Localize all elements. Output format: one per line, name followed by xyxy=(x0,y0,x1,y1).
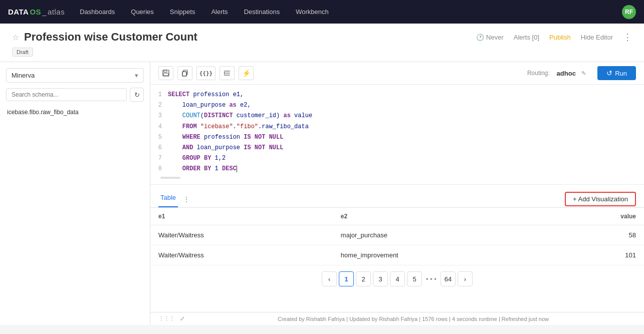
table-header: e1 e2 value xyxy=(150,208,644,225)
draft-badge: Draft xyxy=(12,48,33,57)
main-content: Minerva ▾ ↻ icebase.fibo.raw_fibo_data xyxy=(0,62,644,325)
page-next-button[interactable]: › xyxy=(458,271,473,286)
schedule-link[interactable]: 🕐 Never xyxy=(476,34,504,41)
logo-data: DATA xyxy=(8,8,29,16)
run-label: Run xyxy=(615,70,627,77)
svg-rect-4 xyxy=(182,72,186,76)
rows-count: 1576 rows xyxy=(422,316,448,322)
code-line-7: 7 GROUP BY 1,2 xyxy=(150,153,644,164)
expand-icon[interactable]: ⤢ xyxy=(180,315,184,322)
tab-row: Table ⋮ xyxy=(158,191,192,207)
updated-by: Updated by Rishabh Fafriya xyxy=(349,316,417,322)
lightning-button[interactable]: ⚡ xyxy=(239,66,254,80)
schema-label: Minerva xyxy=(12,72,35,79)
search-row: ↻ xyxy=(6,88,144,102)
format-button[interactable]: {{}} xyxy=(196,66,216,80)
status-icons: ⋮⋮⋮ ⤢ xyxy=(158,315,184,322)
svg-rect-2 xyxy=(163,73,168,76)
nav-dashboards[interactable]: Dashboards xyxy=(77,6,118,18)
clock-icon: 🕐 xyxy=(476,34,484,41)
cell-e1-2: Waiter/Waitress xyxy=(150,245,333,265)
page-5-button[interactable]: 5 xyxy=(407,271,422,286)
top-navigation: Dashboards Queries Snippets Alerts Desti… xyxy=(77,6,610,18)
cell-e1-1: Waiter/Waitress xyxy=(150,225,333,245)
created-by: Created by Rishabh Fafriya xyxy=(278,316,345,322)
nav-alerts[interactable]: Alerts xyxy=(208,6,231,18)
logo: DATAOS _atlas xyxy=(8,8,65,16)
schedule-label: Never xyxy=(486,34,504,41)
star-icon[interactable]: ☆ xyxy=(12,33,19,42)
alerts-label: Alerts [0] xyxy=(514,34,539,41)
copy-button[interactable] xyxy=(177,66,192,80)
left-panel: Minerva ▾ ↻ icebase.fibo.raw_fibo_data xyxy=(0,62,150,325)
tab-more-icon[interactable]: ⋮ xyxy=(181,195,192,203)
run-button[interactable]: ↺ Run xyxy=(597,66,636,80)
page-title-row: ☆ Profession wise Customer Count xyxy=(12,31,197,44)
svg-rect-1 xyxy=(164,70,167,72)
page-3-button[interactable]: 3 xyxy=(373,271,388,286)
page-1-button[interactable]: 1 xyxy=(339,271,354,286)
grid-icon[interactable]: ⋮⋮⋮ xyxy=(158,315,175,322)
topnav: DATAOS _atlas Dashboards Queries Snippet… xyxy=(0,0,644,24)
table-header-row: e1 e2 value xyxy=(150,208,644,225)
edit-icon[interactable]: ✎ xyxy=(581,70,586,77)
cell-value-1: 58 xyxy=(551,225,644,245)
pagination-dots: • • • xyxy=(424,275,439,283)
tab-table[interactable]: Table xyxy=(158,191,178,207)
refresh-button[interactable]: ↻ xyxy=(130,88,144,102)
logo-atlas: atlas xyxy=(48,8,65,16)
col-e1: e1 xyxy=(150,208,333,225)
right-panel: {{}} ⚡ Routing: adhoc ✎ ↺ Run xyxy=(150,62,644,325)
scrollbar-hint xyxy=(160,177,180,179)
cell-e2-1: major_purchase xyxy=(333,225,551,245)
refresh-icon: ↻ xyxy=(134,91,140,99)
page-prev-button[interactable]: ‹ xyxy=(322,271,337,286)
code-line-6: 6 AND loan_purpose IS NOT NULL xyxy=(150,143,644,153)
nav-snippets[interactable]: Snippets xyxy=(167,6,198,18)
table-row: Waiter/Waitress major_purchase 58 xyxy=(150,225,644,245)
add-visualization-button[interactable]: + Add Visualization xyxy=(565,192,636,206)
status-bar: ⋮⋮⋮ ⤢ Created by Rishabh Fafriya | Updat… xyxy=(150,312,644,325)
routing-label: Routing: xyxy=(527,70,550,77)
indent-button[interactable] xyxy=(220,66,235,80)
page-4-button[interactable]: 4 xyxy=(390,271,405,286)
page-last-button[interactable]: 64 xyxy=(441,271,456,286)
nav-destinations[interactable]: Destinations xyxy=(241,6,283,18)
routing-value: adhoc xyxy=(557,70,576,77)
code-line-2: 2 loan_purpose as e2, xyxy=(150,100,644,111)
page-title: Profession wise Customer Count xyxy=(24,31,197,44)
code-line-3: 3 COUNT(DISTINCT customer_id) as value xyxy=(150,111,644,121)
editor-toolbar: {{}} ⚡ Routing: adhoc ✎ ↺ Run xyxy=(150,62,644,85)
publish-button[interactable]: Publish xyxy=(549,34,571,41)
nav-queries[interactable]: Queries xyxy=(128,6,157,18)
table-body: Waiter/Waitress major_purchase 58 Waiter… xyxy=(150,225,644,265)
code-line-4: 4 FROM "icebase"."fibo".raw_fibo_data xyxy=(150,122,644,132)
alerts-link[interactable]: Alerts [0] xyxy=(514,34,539,41)
page-2-button[interactable]: 2 xyxy=(356,271,371,286)
code-line-1: 1 SELECT profession e1, xyxy=(150,90,644,100)
more-options-button[interactable]: ⋮ xyxy=(623,32,632,43)
code-line-5: 5 WHERE profession IS NOT NULL xyxy=(150,132,644,143)
page-header: ☆ Profession wise Customer Count 🕐 Never… xyxy=(0,24,644,62)
avatar[interactable]: RF xyxy=(622,5,636,19)
logo-sep: _ xyxy=(42,8,47,16)
search-input[interactable] xyxy=(6,88,127,101)
nav-workbench[interactable]: Workbench xyxy=(293,6,332,18)
save-button[interactable] xyxy=(158,66,173,80)
schema-selector[interactable]: Minerva ▾ xyxy=(6,68,144,83)
db-item[interactable]: icebase.fibo.raw_fibo_data xyxy=(6,107,144,118)
run-icon: ↺ xyxy=(606,69,612,77)
pagination: ‹ 1 2 3 4 5 • • • 64 › xyxy=(150,265,644,292)
cell-e2-2: home_improvement xyxy=(333,245,551,265)
cell-value-2: 101 xyxy=(551,245,644,265)
hide-editor-button[interactable]: Hide Editor xyxy=(581,34,613,41)
runtime-text: 4 seconds runtime xyxy=(452,316,497,322)
table-tabs: Table ⋮ + Add Visualization xyxy=(150,185,644,208)
data-table: e1 e2 value Waiter/Waitress major_purcha… xyxy=(150,208,644,265)
col-value: value xyxy=(551,208,644,225)
col-e2: e2 xyxy=(333,208,551,225)
refresh-text: Refreshed just now xyxy=(502,316,549,322)
page-header-top: ☆ Profession wise Customer Count 🕐 Never… xyxy=(12,31,632,44)
table-row: Waiter/Waitress home_improvement 101 xyxy=(150,245,644,265)
code-editor[interactable]: 1 SELECT profession e1, 2 loan_purpose a… xyxy=(150,85,644,185)
